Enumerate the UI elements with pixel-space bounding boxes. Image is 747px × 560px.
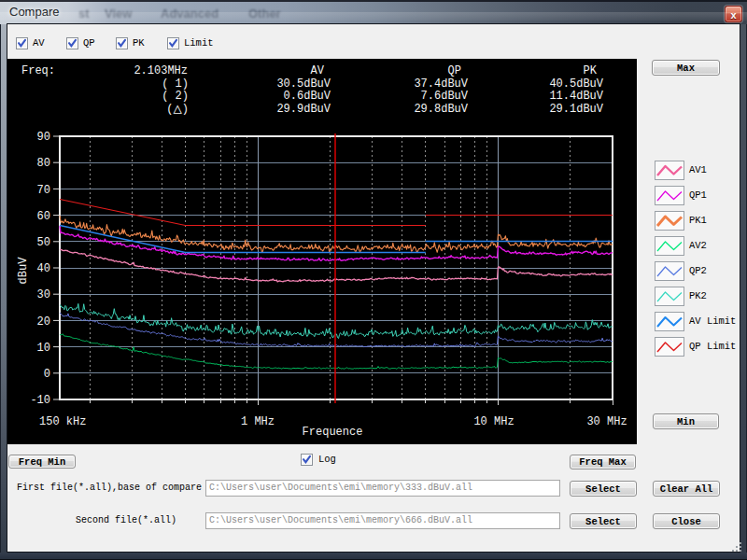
svg-text:50: 50 <box>37 236 50 249</box>
svg-text:150 kHz: 150 kHz <box>39 415 86 428</box>
svg-text:30: 30 <box>37 288 50 301</box>
svg-text:7.6dBuV: 7.6dBuV <box>421 90 469 103</box>
svg-text:30.5dBuV: 30.5dBuV <box>276 77 331 91</box>
svg-text:0.6dBuV: 0.6dBuV <box>284 90 331 103</box>
svg-text:11.4dBuV: 11.4dBuV <box>549 90 603 103</box>
svg-text:(△): (△) <box>166 101 189 118</box>
svg-text:Frequence: Frequence <box>303 426 363 439</box>
svg-text:70: 70 <box>37 184 50 197</box>
svg-text:29.8dBuV: 29.8dBuV <box>414 103 468 116</box>
svg-text:30 MHz: 30 MHz <box>586 415 627 428</box>
svg-text:1 MHz: 1 MHz <box>241 415 275 428</box>
svg-text:( 1): ( 1) <box>162 77 189 91</box>
svg-text:80: 80 <box>37 157 50 170</box>
svg-text:20: 20 <box>37 315 50 329</box>
svg-text:Freq:: Freq: <box>21 64 55 77</box>
svg-text:40: 40 <box>37 262 50 275</box>
svg-text:29.9dBuV: 29.9dBuV <box>276 103 331 116</box>
svg-text:0: 0 <box>44 368 50 381</box>
svg-text:-10: -10 <box>30 394 50 407</box>
svg-text:PK: PK <box>584 64 598 77</box>
svg-text:AV: AV <box>311 64 325 77</box>
svg-text:dBuV: dBuV <box>17 257 30 285</box>
svg-text:60: 60 <box>37 210 50 223</box>
svg-text:10: 10 <box>37 342 50 355</box>
svg-text:10 MHz: 10 MHz <box>473 415 514 428</box>
svg-text:QP: QP <box>448 64 461 77</box>
svg-text:29.1dBuV: 29.1dBuV <box>549 103 603 116</box>
svg-text:40.5dBuV: 40.5dBuV <box>549 77 603 91</box>
svg-text:37.4dBuV: 37.4dBuV <box>414 77 468 91</box>
svg-text:2.103MHz: 2.103MHz <box>134 64 188 77</box>
svg-text:90: 90 <box>37 131 50 144</box>
